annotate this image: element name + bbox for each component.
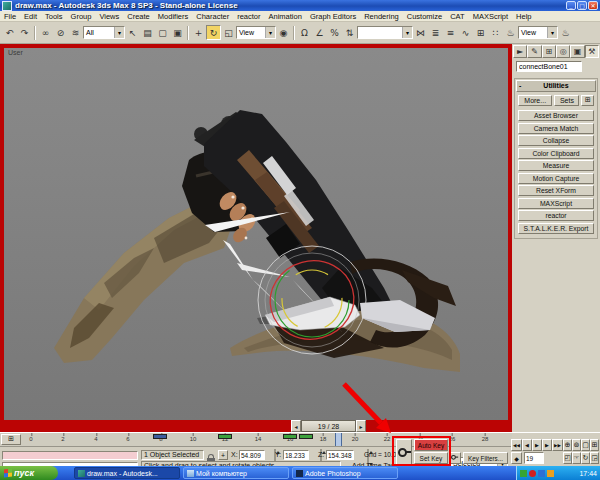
chevron-down-icon[interactable]: ▾ [114, 27, 124, 38]
menu-animation[interactable]: Animation [265, 12, 306, 21]
schematic-view-icon[interactable]: ⊞ [473, 25, 488, 40]
play-button[interactable]: ▶ [532, 439, 542, 451]
z-coordinate-field[interactable] [326, 450, 354, 460]
menu-edit[interactable]: Edit [20, 12, 41, 21]
taskbar-item-3dsmax[interactable]: draw.max - Autodesk... [74, 467, 180, 479]
menu-create[interactable]: Create [123, 12, 154, 21]
tab-create-icon[interactable]: ► [513, 45, 527, 58]
absolute-offset-toggle[interactable]: + [218, 450, 228, 460]
zoom-extents-all-icon[interactable]: ⊞ [590, 439, 599, 451]
arc-rotate-icon[interactable]: ↻ [581, 452, 590, 464]
current-frame-field[interactable] [524, 452, 544, 464]
minimize-button[interactable]: _ [566, 1, 576, 10]
set-key-button[interactable]: Set Key [414, 452, 448, 464]
menu-cat[interactable]: CAT [446, 12, 468, 21]
menu-customize[interactable]: Customize [403, 12, 446, 21]
auto-key-button[interactable]: Auto Key [414, 439, 448, 451]
menu-modifiers[interactable]: Modifiers [154, 12, 192, 21]
utility-camera-match[interactable]: Camera Match [518, 123, 594, 134]
select-and-link-icon[interactable]: ∞ [38, 25, 53, 40]
named-selection-sets-dropdown[interactable]: ▾ [357, 26, 413, 39]
go-to-start-button[interactable]: ◀◀ [511, 439, 522, 451]
object-name-field[interactable] [516, 61, 582, 72]
time-slider-prev-button[interactable]: ◂ [291, 420, 301, 432]
bind-to-space-warp-icon[interactable]: ≋ [68, 25, 83, 40]
close-button[interactable]: ✕ [588, 1, 598, 10]
zoom-extents-icon[interactable]: ▢ [581, 439, 590, 451]
mirror-icon[interactable]: ⋈ [413, 25, 428, 40]
percent-snap-icon[interactable]: % [327, 25, 342, 40]
mini-curve-editor-button[interactable]: ⊞ [1, 434, 21, 445]
utility-collapse[interactable]: Collapse [518, 135, 594, 146]
animation-key-frame17[interactable] [299, 434, 313, 439]
menu-tools[interactable]: Tools [41, 12, 67, 21]
next-frame-button[interactable]: ▶ [542, 439, 552, 451]
select-object-icon[interactable]: ↖ [125, 25, 140, 40]
chevron-down-icon[interactable]: ▾ [547, 27, 557, 38]
taskbar-item-my-computer[interactable]: Мой компьютер [183, 467, 289, 479]
select-and-rotate-icon[interactable]: ↻ [206, 25, 221, 40]
utilities-rollout-header[interactable]: -Utilities [516, 80, 596, 92]
layer-manager-icon[interactable]: ≡ [443, 25, 458, 40]
start-button[interactable]: пуск [0, 466, 58, 480]
menu-file[interactable]: File [0, 12, 20, 21]
utility-maxscript[interactable]: MAXScript [518, 198, 594, 209]
y-coordinate-field[interactable] [283, 450, 309, 460]
time-slider-handle[interactable]: 19 / 28 [301, 420, 356, 432]
menu-reactor[interactable]: reactor [233, 12, 264, 21]
menu-graph-editors[interactable]: Graph Editors [306, 12, 360, 21]
previous-frame-button[interactable]: ◀ [522, 439, 532, 451]
render-setup-icon[interactable]: ♨ [503, 25, 518, 40]
viewport-label[interactable]: User [8, 49, 23, 56]
redo-icon[interactable]: ↷ [17, 25, 32, 40]
time-slider-next-button[interactable]: ▸ [356, 420, 366, 432]
undo-icon[interactable]: ↶ [2, 25, 17, 40]
tray-icon-green[interactable] [520, 470, 527, 477]
material-editor-icon[interactable]: ∷ [488, 25, 503, 40]
utility-color-clipboard[interactable]: Color Clipboard [518, 148, 594, 159]
tab-modify-icon[interactable]: ✎ [527, 45, 541, 58]
snap-toggle-icon[interactable]: Ω [297, 25, 312, 40]
selection-filter-dropdown[interactable]: All▾ [83, 26, 125, 39]
utility-reset-xform[interactable]: Reset XForm [518, 185, 594, 196]
tab-display-icon[interactable]: ▣ [570, 45, 584, 58]
pan-icon[interactable]: ☞ [572, 452, 581, 464]
animation-key-frame8[interactable] [153, 434, 167, 439]
sets-button[interactable]: Sets [554, 95, 579, 106]
maxscript-listener-pink[interactable] [2, 451, 138, 460]
menu-views[interactable]: Views [95, 12, 123, 21]
utility-motion-capture[interactable]: Motion Capture [518, 173, 594, 184]
utility-reactor[interactable]: reactor [518, 210, 594, 221]
utility-measure[interactable]: Measure [518, 160, 594, 171]
set-keys-button[interactable] [396, 439, 412, 465]
current-frame-marker[interactable] [335, 433, 342, 446]
select-and-move-icon[interactable]: + [191, 25, 206, 40]
tray-icon-blue[interactable] [538, 470, 545, 477]
key-mode-toggle[interactable]: ◆ [511, 452, 522, 464]
animation-key-frame16[interactable] [283, 434, 297, 439]
tab-motion-icon[interactable]: ◎ [556, 45, 570, 58]
chevron-down-icon[interactable]: ▾ [402, 27, 412, 38]
menu-group[interactable]: Group [67, 12, 96, 21]
time-slider-track[interactable]: ◂ 19 / 28 ▸ [0, 420, 512, 432]
zoom-all-icon[interactable]: ⊚ [572, 439, 581, 451]
select-by-name-icon[interactable]: ▤ [140, 25, 155, 40]
spinner-snap-icon[interactable]: ⇅ [342, 25, 357, 40]
menu-maxscript[interactable]: MAXScript [469, 12, 512, 21]
chevron-down-icon[interactable]: ▾ [265, 27, 275, 38]
tab-hierarchy-icon[interactable]: ⊞ [542, 45, 556, 58]
angle-snap-icon[interactable]: ∠ [312, 25, 327, 40]
region-zoom-icon[interactable]: ◰ [563, 452, 572, 464]
curve-editor-icon[interactable]: ∿ [458, 25, 473, 40]
select-and-scale-icon[interactable]: ◱ [221, 25, 236, 40]
utility-stalker-export[interactable]: S.T.A.L.K.E.R. Export [518, 223, 594, 234]
x-coordinate-field[interactable] [239, 450, 265, 460]
tab-utilities-icon[interactable]: ⚒ [585, 45, 599, 58]
more-button[interactable]: More... [518, 95, 552, 106]
utilities-config-icon[interactable]: ⊞ [581, 95, 594, 106]
utility-asset-browser[interactable]: Asset Browser [518, 110, 594, 121]
menu-help[interactable]: Help [512, 12, 535, 21]
key-filters-button[interactable]: Key Filters... [463, 452, 508, 464]
animation-key-frame12[interactable] [218, 434, 232, 439]
viewport-user[interactable]: User [4, 48, 508, 420]
